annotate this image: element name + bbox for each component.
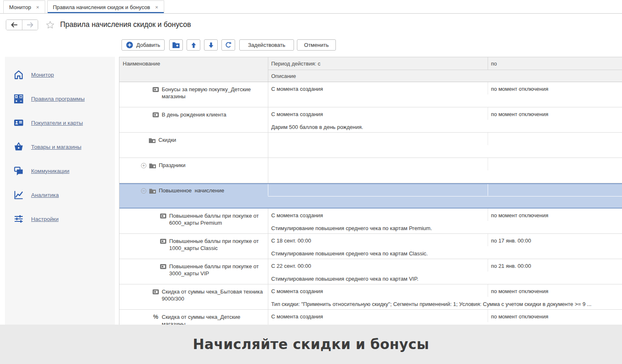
sidebar: Монитор Правила программы Покупатели и к… [5, 57, 115, 325]
folder-icon [149, 188, 156, 194]
tab-label: Монитор [9, 4, 31, 10]
tab-bar: Монитор × Правила начисления скидок и бо… [0, 0, 622, 14]
page-title: Правила начисления скидок и бонусов [60, 20, 191, 29]
back-button[interactable] [6, 20, 22, 30]
banner-text: Начисляйте скидки и бонусы [193, 336, 429, 352]
table-row-group-selected[interactable]: Повышенное начисление [119, 183, 622, 209]
table-row-group[interactable]: Праздники [119, 158, 622, 183]
percent-icon: % [153, 314, 159, 320]
table-row-group[interactable]: Скидки [119, 133, 622, 158]
sidebar-item-monitor[interactable]: Монитор [13, 63, 115, 87]
tab-monitor[interactable]: Монитор × [3, 0, 45, 14]
move-up-button[interactable] [187, 39, 200, 51]
folder-icon [149, 138, 156, 143]
move-down-button[interactable] [204, 39, 218, 51]
table-row[interactable]: Повышенные баллы при покупке от 6000_кар… [119, 209, 622, 234]
rule-icon [153, 112, 159, 117]
sidebar-item-communications[interactable]: Коммуникации [13, 159, 115, 183]
table-row[interactable]: Бонусы за первую покупку_Детские магазин… [119, 82, 622, 107]
sliders-icon [13, 214, 24, 224]
move-down-icon [208, 42, 214, 49]
add-button[interactable]: Добавить [121, 39, 165, 51]
sidebar-item-customers-cards[interactable]: Покупатели и карты [13, 111, 115, 135]
column-header-name[interactable]: Наименование [123, 61, 160, 67]
rule-icon [160, 214, 166, 218]
rule-icon [160, 239, 166, 244]
sidebar-item-program-rules[interactable]: Правила программы [13, 87, 115, 111]
sidebar-link[interactable]: Правила программы [31, 96, 85, 102]
table-row[interactable]: Повышенные баллы при покупке от 1000_кар… [119, 234, 622, 259]
rule-icon [153, 289, 159, 294]
chat-bubbles-icon [13, 165, 24, 176]
add-group-icon [172, 42, 180, 49]
close-icon[interactable]: × [155, 5, 158, 10]
history-buttons [6, 19, 38, 30]
sidebar-link[interactable]: Покупатели и карты [31, 120, 83, 126]
expand-icon[interactable] [141, 163, 146, 168]
move-up-icon [190, 42, 197, 49]
app-window: Монитор × Правила начисления скидок и бо… [0, 0, 622, 364]
arrow-left-icon [10, 22, 18, 28]
refresh-icon [225, 41, 232, 49]
cancel-button[interactable]: Отменить [297, 39, 336, 51]
program-rules-icon [13, 93, 24, 104]
line-chart-icon [13, 189, 24, 200]
column-header-period-from[interactable]: Период действия: с [271, 61, 321, 67]
favorite-star-icon[interactable] [46, 20, 55, 29]
rule-icon [153, 87, 159, 92]
activate-button[interactable]: Задействовать [239, 39, 294, 51]
table-row[interactable]: В день рождения клиента С момента создан… [119, 107, 622, 133]
table-row[interactable]: Скидка от суммы чека_Бытовая техника 900… [119, 284, 622, 310]
folder-icon [149, 163, 156, 168]
sidebar-link[interactable]: Товары и магазины [31, 144, 81, 150]
arrow-right-icon [27, 22, 34, 28]
promo-banner: Начисляйте скидки и бонусы [0, 325, 622, 364]
column-header-period-to[interactable]: по [491, 61, 497, 67]
refresh-button[interactable] [221, 39, 235, 51]
sidebar-item-settings[interactable]: Настройки [13, 207, 115, 231]
sidebar-link[interactable]: Аналитика [31, 192, 59, 198]
sidebar-item-analytics[interactable]: Аналитика [13, 183, 115, 207]
forward-button[interactable] [22, 20, 38, 30]
home-icon [13, 69, 24, 80]
table-row[interactable]: % Скидка от суммы чека_Детские магазины … [119, 310, 622, 325]
add-group-button[interactable] [169, 39, 183, 51]
navigation-bar: Правила начисления скидок и бонусов [0, 14, 622, 36]
customer-card-icon [13, 117, 24, 128]
tab-discount-rules[interactable]: Правила начисления скидок и бонусов × [47, 0, 164, 14]
collapse-icon[interactable] [141, 188, 146, 194]
table-header: Наименование Период действия: с по Описа… [119, 57, 622, 82]
column-header-description[interactable]: Описание [271, 73, 296, 79]
rules-table: Наименование Период действия: с по Описа… [119, 57, 622, 325]
close-icon[interactable]: × [36, 5, 39, 10]
tab-label: Правила начисления скидок и бонусов [53, 4, 150, 10]
rule-icon [160, 264, 166, 269]
sidebar-link[interactable]: Настройки [31, 216, 58, 222]
sidebar-link[interactable]: Коммуникации [31, 168, 69, 174]
table-row[interactable]: Повышенные баллы при покупке от 3000_кар… [119, 259, 622, 284]
sidebar-item-goods-stores[interactable]: Товары и магазины [13, 135, 115, 159]
basket-icon [13, 141, 24, 152]
add-circle-icon [126, 41, 133, 49]
toolbar: Добавить Задействовать Отменить [119, 39, 336, 51]
sidebar-link[interactable]: Монитор [31, 72, 54, 78]
